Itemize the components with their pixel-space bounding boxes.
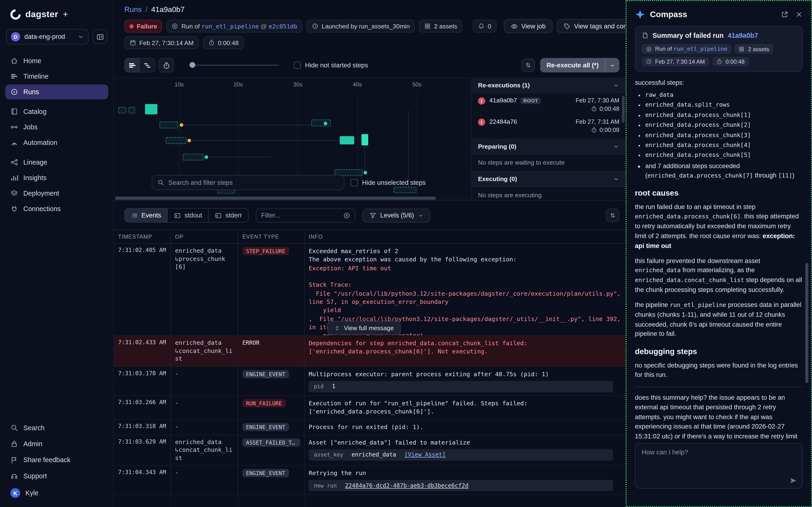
preparing-header[interactable]: Preparing (0) <box>472 139 626 154</box>
assets-tag[interactable]: 2 assets <box>419 20 463 33</box>
gantt-bar-pending[interactable] <box>166 137 186 144</box>
sidebar-item-insights[interactable]: Insights <box>5 170 108 185</box>
send-button[interactable] <box>789 477 797 485</box>
sidebar-item-catalog[interactable]: Catalog <box>5 104 108 119</box>
sidebar-item-timeline[interactable]: Timeline <box>5 69 108 84</box>
executing-header[interactable]: Executing (0) <box>472 171 626 187</box>
gantt-horizontal-scrollbar[interactable] <box>114 195 471 200</box>
log-timestamp: 7:31:02.405 AM <box>114 244 171 336</box>
compass-chat-box[interactable] <box>635 443 803 489</box>
sidebar-item-user[interactable]: K Kyle <box>5 485 108 502</box>
tab-stdout[interactable]: stdout <box>167 208 209 223</box>
table-row[interactable]: 7:31:03.170 AM - ENGINE_EVENT Multiproce… <box>114 367 626 396</box>
log-filter-box[interactable] <box>256 208 355 222</box>
step-search-box[interactable] <box>152 175 344 190</box>
log-info: Execution of run for "run_etl_pipeline" … <box>305 396 626 419</box>
collapse-sidebar-button[interactable] <box>93 30 107 44</box>
view-full-message-button[interactable]: View full message <box>327 321 400 335</box>
gantt-bar-pending[interactable] <box>128 107 136 113</box>
sidebar-item-home[interactable]: Home <box>5 53 108 68</box>
clear-filter-icon[interactable] <box>343 212 350 219</box>
column-header-info[interactable]: INFO <box>305 230 626 243</box>
reexecution-run-row[interactable]: 22484a76 Feb 27, 7:31 AM 0:00:09 <box>472 114 626 135</box>
gantt-chart[interactable]: 10s 20s 30s 40s 50s <box>114 78 471 200</box>
gantt-bar-completed[interactable] <box>145 104 157 114</box>
sidebar-item-search[interactable]: Search <box>5 420 108 435</box>
target-icon <box>171 23 178 30</box>
sidebar-item-support[interactable]: Support <box>5 468 108 484</box>
step-search-input[interactable] <box>168 179 338 186</box>
table-row[interactable]: 7:31:03.629 AM enriched_data ↳concat_chu… <box>114 435 626 466</box>
gantt-waterfall-view-button[interactable] <box>140 58 155 72</box>
table-row[interactable]: 7:31:02.433 AM enriched_data ↳concat_chu… <box>114 336 626 367</box>
reexecution-run-row[interactable]: 41a9a0b7 ROOT Feb 27, 7:30 AM 0:00:48 <box>472 93 626 114</box>
gantt-step-dot[interactable] <box>180 123 183 127</box>
gantt-step-dot[interactable] <box>364 171 367 174</box>
gantt-step-dot[interactable] <box>205 155 208 159</box>
sidebar-item-jobs[interactable]: Jobs <box>5 119 108 134</box>
sidebar-item-share-feedback[interactable]: Share feedback <box>5 452 108 467</box>
compass-chat-input[interactable] <box>642 449 796 480</box>
summary-run-of-chip[interactable]: Run of run_etl_pipeline <box>642 44 732 54</box>
gantt-bar-pending[interactable] <box>118 107 126 113</box>
hide-not-started-checkbox[interactable]: Hide not started steps <box>294 61 368 69</box>
view-asset-link[interactable]: [View Asset] <box>404 451 445 459</box>
slider-knob[interactable] <box>190 62 195 68</box>
table-row[interactable]: 7:31:03.318 AM - ENGINE_EVENT Process fo… <box>114 419 626 435</box>
timer-icon <box>591 106 597 112</box>
sidebar-item-runs[interactable]: Runs <box>5 84 108 99</box>
tab-stderr[interactable]: stderr <box>208 208 249 223</box>
console-icon <box>215 212 222 219</box>
sidebar-item-lineage[interactable]: Lineage <box>5 155 108 170</box>
scrollbar-thumb[interactable] <box>805 263 808 383</box>
gantt-bar-completed[interactable] <box>361 134 368 146</box>
compass-scroll-area[interactable]: successful steps: raw_data enriched_data… <box>635 78 803 440</box>
summary-run-id-link[interactable]: 41a9a0b7 <box>728 32 758 39</box>
debugging-steps-heading: debugging steps <box>635 346 803 358</box>
scroll-to-bottom-button[interactable] <box>606 209 619 222</box>
gantt-bar-completed[interactable] <box>340 136 354 145</box>
log-op: enriched_data ↳concat_chunk_list <box>171 336 238 366</box>
run-of-tag[interactable]: Run of run_etl_pipeline @ e2c051db <box>166 20 303 33</box>
sidebar-item-automation[interactable]: Automation <box>5 135 108 150</box>
zoom-fit-button[interactable] <box>522 58 535 72</box>
run-id[interactable]: 22484a76 <box>489 118 517 125</box>
launched-by-tag[interactable]: Launched by run_assets_30min <box>307 20 415 33</box>
gantt-step-dot[interactable] <box>187 139 191 142</box>
gantt-timing-button[interactable] <box>158 58 174 72</box>
levels-dropdown[interactable]: Levels (5/6) <box>363 208 430 222</box>
scrollbar-thumb[interactable] <box>622 96 625 123</box>
column-header-op[interactable]: OP <box>171 230 238 243</box>
run-id[interactable]: 41a9a0b7 <box>489 97 517 104</box>
view-job-button[interactable]: View job <box>504 19 552 33</box>
hide-unselected-checkbox[interactable]: Hide unselected steps <box>350 179 426 186</box>
summary-assets-chip[interactable]: 2 assets <box>735 44 773 54</box>
tab-events[interactable]: Events <box>124 208 168 223</box>
new-run-link[interactable]: 22484a76-dcd2-487b-aeb3-db3bece6cf2d <box>345 482 469 490</box>
gantt-bar-pending[interactable] <box>183 154 204 161</box>
app-logo[interactable]: dagster + <box>5 7 108 29</box>
table-row[interactable]: 7:31:04.343 AM - ENGINE_EVENT Retrying t… <box>114 466 626 495</box>
gantt-bar-pending[interactable] <box>160 122 178 128</box>
reexecute-menu-caret[interactable] <box>605 58 619 72</box>
open-in-new-icon[interactable] <box>781 11 788 18</box>
sidebar-item-connections[interactable]: Connections <box>5 201 108 216</box>
breadcrumb-runs-link[interactable]: Runs <box>124 5 142 13</box>
table-row[interactable]: 7:31:03.266 AM - RUN_FAILURE Execution o… <box>114 396 626 419</box>
workspace-switcher[interactable]: D data-eng-prod <box>6 29 88 44</box>
gantt-zoom-slider[interactable] <box>188 58 279 72</box>
root-causes-heading: root causes <box>635 187 803 199</box>
reexecute-all-button[interactable]: Re-execute all (*) <box>540 58 619 72</box>
alerts-chip[interactable]: 0 <box>473 20 496 33</box>
log-filter-input[interactable] <box>261 212 340 219</box>
gantt-bar-pending[interactable] <box>311 119 331 126</box>
sidebar-item-admin[interactable]: Admin <box>5 436 108 451</box>
column-header-event-type[interactable]: EVENT TYPE <box>238 230 305 243</box>
close-icon[interactable] <box>795 11 803 18</box>
gantt-step-dot[interactable] <box>324 122 327 125</box>
sidebar-item-deployment[interactable]: Deployment <box>5 186 108 201</box>
gantt-flat-view-button[interactable] <box>124 58 140 72</box>
reexecutions-header[interactable]: Re-executions (1) <box>472 78 626 93</box>
column-header-timestamp[interactable]: TIMESTAMP <box>114 230 171 243</box>
scrollbar-thumb[interactable] <box>115 196 436 200</box>
